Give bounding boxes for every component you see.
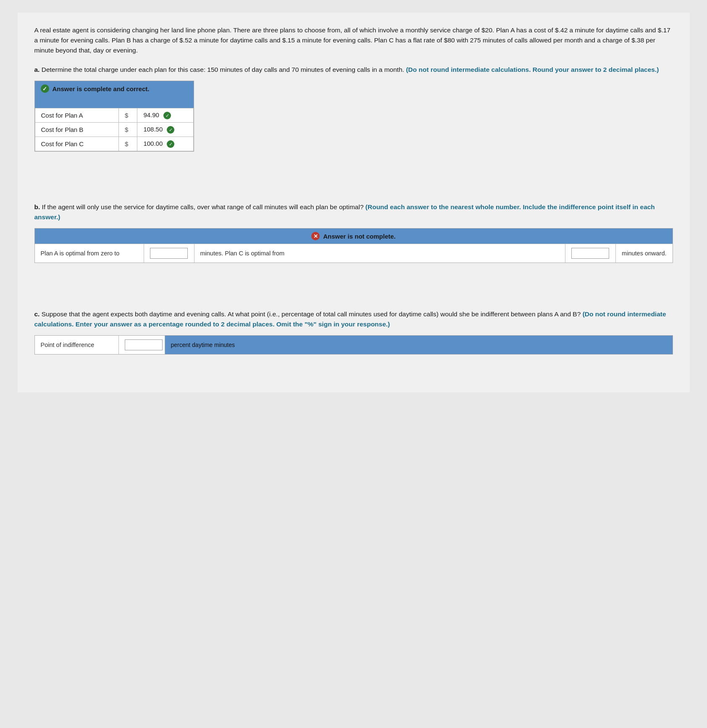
part-a-check-icon: ✓ <box>41 84 49 93</box>
part-b-cell-input1 <box>144 244 194 263</box>
part-c-block: c. Suppose that the agent expects both d… <box>34 309 673 355</box>
part-c-cell-input <box>119 336 165 354</box>
table-row: Cost for Plan A $ 94.90 ✓ <box>35 108 193 123</box>
part-a-table: Cost for Plan A $ 94.90 ✓ Cost for Plan … <box>35 108 194 151</box>
plan-a-label: Cost for Plan A <box>35 108 119 123</box>
part-c-row: Point of indifference percent daytime mi… <box>34 335 673 355</box>
part-c-question: c. Suppose that the agent expects both d… <box>34 309 673 329</box>
page-container: A real estate agent is considering chang… <box>18 13 690 392</box>
plan-b-value: 108.50 ✓ <box>137 123 193 137</box>
part-b-input2[interactable] <box>571 248 609 259</box>
part-a-status-bar: ✓ Answer is complete and correct. <box>35 81 194 96</box>
part-a-block: a. Determine the total charge under each… <box>34 65 673 156</box>
table-row: Cost for Plan C $ 100.00 ✓ <box>35 137 193 151</box>
part-b-status-text: Answer is not complete. <box>323 233 396 240</box>
part-b-block: b. If the agent will only use the servic… <box>34 202 673 263</box>
part-c-question-text: Suppose that the agent expects both dayt… <box>42 310 581 318</box>
plan-a-currency: $ <box>119 108 137 123</box>
part-b-row: Plan A is optimal from zero to minutes. … <box>35 244 673 263</box>
plan-b-check-icon: ✓ <box>167 126 174 134</box>
plan-b-currency: $ <box>119 123 137 137</box>
plan-c-check-icon: ✓ <box>167 140 174 148</box>
plan-a-value: 94.90 ✓ <box>137 108 193 123</box>
part-b-cell-label1: Plan A is optimal from zero to <box>35 244 144 263</box>
part-c-input[interactable] <box>125 339 163 350</box>
part-b-label: b. <box>34 203 40 210</box>
part-b-cell-label5: minutes onward. <box>616 244 672 263</box>
intro-paragraph: A real estate agent is considering chang… <box>34 25 673 55</box>
plan-c-label: Cost for Plan C <box>35 137 119 151</box>
part-b-status-bar: ✕ Answer is not complete. <box>35 229 673 244</box>
plan-a-check-icon: ✓ <box>163 112 171 119</box>
plan-b-label: Cost for Plan B <box>35 123 119 137</box>
part-b-input1[interactable] <box>150 248 188 259</box>
plan-c-value: 100.00 ✓ <box>137 137 193 151</box>
part-a-header-spacer <box>35 96 194 108</box>
plan-c-currency: $ <box>119 137 137 151</box>
part-c-label: c. <box>34 310 40 318</box>
part-a-question-text: Determine the total charge under each pl… <box>42 66 404 73</box>
part-b-answer-box: ✕ Answer is not complete. Plan A is opti… <box>34 228 673 263</box>
table-row: Cost for Plan B $ 108.50 ✓ <box>35 123 193 137</box>
part-a-instruction: (Do not round intermediate calculations.… <box>406 66 659 73</box>
part-b-cell-input2 <box>565 244 616 263</box>
part-b-question: b. If the agent will only use the servic… <box>34 202 673 222</box>
part-a-label: a. <box>34 66 40 73</box>
part-a-question: a. Determine the total charge under each… <box>34 65 673 75</box>
part-b-question-text: If the agent will only use the service f… <box>42 203 364 210</box>
part-a-status-text: Answer is complete and correct. <box>53 85 150 92</box>
part-b-x-icon: ✕ <box>311 232 320 240</box>
part-b-cell-label3: minutes. Plan C is optimal from <box>194 244 566 263</box>
part-a-answer-box: ✓ Answer is complete and correct. Cost f… <box>34 81 194 152</box>
part-c-cell-suffix: percent daytime minutes <box>165 336 673 354</box>
part-c-cell-label: Point of indifference <box>35 336 119 354</box>
